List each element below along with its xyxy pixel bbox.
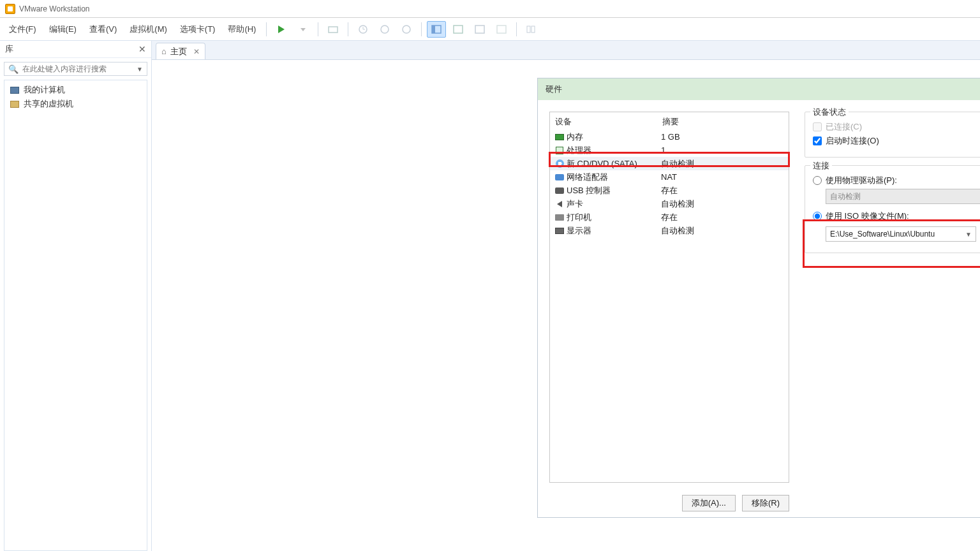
search-input[interactable] bbox=[22, 64, 137, 73]
sidebar-search[interactable]: 🔍 ▼ bbox=[4, 62, 147, 76]
display-icon bbox=[554, 228, 565, 234]
add-button[interactable]: 添加(A)... bbox=[682, 495, 736, 511]
device-summary: 自动检测 bbox=[661, 225, 785, 237]
device-row-cddvd[interactable]: 新 CD/DVD (SATA) 自动检测 bbox=[550, 157, 789, 170]
settings-panel: 设备状态 已连接(C) 启动时连接(O) 连接 bbox=[802, 112, 980, 489]
sidebar: 库 ✕ 🔍 ▼ 我的计算机 共享的虚拟机 bbox=[0, 41, 152, 551]
connection-legend: 连接 bbox=[810, 160, 832, 172]
device-name: 网络适配器 bbox=[567, 172, 661, 183]
device-name: 新 CD/DVD (SATA) bbox=[567, 158, 661, 170]
search-dropdown-icon[interactable]: ▼ bbox=[137, 66, 143, 73]
toolbar-view2-icon[interactable] bbox=[449, 21, 468, 38]
sidebar-tree: 我的计算机 共享的虚拟机 bbox=[4, 80, 147, 551]
device-name: 内存 bbox=[567, 131, 661, 143]
device-name: 处理器 bbox=[567, 145, 661, 156]
toolbar-view4-icon[interactable] bbox=[492, 21, 511, 38]
content-body: 硬件 ✕ 设备 摘要 内存 1 GB bbox=[152, 60, 980, 551]
tab-label: 主页 bbox=[170, 46, 187, 57]
tree-label: 我的计算机 bbox=[24, 84, 65, 96]
svg-rect-10 bbox=[454, 26, 463, 33]
toolbar-view3-icon[interactable] bbox=[470, 21, 489, 38]
svg-rect-11 bbox=[475, 26, 484, 33]
tab-home[interactable]: ⌂ 主页 ✕ bbox=[156, 43, 205, 59]
tab-close-icon[interactable]: ✕ bbox=[193, 47, 200, 56]
menu-help[interactable]: 帮助(H) bbox=[221, 20, 262, 39]
toolbar-clock1-icon[interactable] bbox=[353, 21, 373, 38]
col-device: 设备 bbox=[555, 116, 662, 128]
toolbar-snapshot-icon[interactable] bbox=[323, 21, 343, 38]
device-row-memory[interactable]: 内存 1 GB bbox=[550, 130, 789, 143]
svg-rect-2 bbox=[329, 27, 338, 33]
content-area: ⌂ 主页 ✕ 硬件 ✕ 设备 摘要 bbox=[152, 41, 980, 551]
device-list-header: 设备 摘要 bbox=[550, 112, 789, 130]
connect-at-poweron-label: 启动时连接(O) bbox=[826, 135, 879, 147]
menu-view[interactable]: 查看(V) bbox=[83, 20, 123, 39]
separator bbox=[348, 22, 348, 36]
usb-icon bbox=[554, 187, 565, 194]
connect-at-poweron-row[interactable]: 启动时连接(O) bbox=[813, 135, 980, 147]
app-title: VMware Workstation bbox=[19, 4, 89, 13]
chevron-down-icon[interactable]: ▼ bbox=[965, 231, 972, 238]
tabbar: ⌂ 主页 ✕ bbox=[152, 41, 980, 60]
hardware-dialog: 硬件 ✕ 设备 摘要 内存 1 GB bbox=[537, 78, 980, 518]
dialog-body: 设备 摘要 内存 1 GB 处理器 bbox=[538, 100, 980, 489]
network-icon bbox=[554, 174, 565, 180]
use-iso-row[interactable]: 使用 ISO 映像文件(M): bbox=[813, 210, 980, 222]
iso-path-value: E:\Use_Software\Linux\Ubuntu bbox=[830, 230, 935, 239]
search-icon: 🔍 bbox=[8, 64, 19, 74]
connect-at-poweron-checkbox[interactable] bbox=[813, 136, 822, 145]
use-iso-label: 使用 ISO 映像文件(M): bbox=[826, 210, 909, 222]
device-rows: 内存 1 GB 处理器 1 新 CD/DVD (SATA) bbox=[550, 130, 789, 237]
toolbar-view1-icon[interactable] bbox=[427, 21, 446, 38]
titlebar: VMware Workstation bbox=[0, 0, 980, 18]
use-physical-row[interactable]: 使用物理驱动器(P): bbox=[813, 175, 980, 186]
main-area: 库 ✕ 🔍 ▼ 我的计算机 共享的虚拟机 ⌂ 主页 ✕ bbox=[0, 41, 980, 551]
folder-icon bbox=[10, 99, 20, 108]
tree-item-my-computer[interactable]: 我的计算机 bbox=[4, 83, 147, 97]
device-name: 显示器 bbox=[567, 225, 661, 237]
device-name: 声卡 bbox=[567, 198, 661, 210]
remove-button[interactable]: 移除(R) bbox=[742, 495, 789, 511]
iso-path-combo[interactable]: E:\Use_Software\Linux\Ubuntu ▼ bbox=[826, 226, 976, 242]
play-button[interactable] bbox=[272, 21, 291, 38]
monitor-icon bbox=[10, 85, 20, 94]
remove-label: 移除(R) bbox=[752, 497, 780, 509]
menu-edit[interactable]: 编辑(E) bbox=[43, 20, 83, 39]
app-icon bbox=[5, 4, 15, 14]
connected-label: 已连接(C) bbox=[826, 121, 862, 133]
device-summary: NAT bbox=[661, 172, 785, 182]
device-row-usb[interactable]: USB 控制器 存在 bbox=[550, 184, 789, 197]
toolbar-clock3-icon[interactable] bbox=[397, 21, 416, 38]
svg-rect-9 bbox=[432, 26, 435, 33]
svg-marker-0 bbox=[278, 26, 285, 33]
svg-rect-13 bbox=[527, 26, 530, 33]
dialog-header: 硬件 ✕ bbox=[538, 78, 980, 100]
menu-tabs[interactable]: 选项卡(T) bbox=[174, 20, 222, 39]
menu-vm[interactable]: 虚拟机(M) bbox=[123, 20, 174, 39]
svg-point-7 bbox=[403, 26, 410, 33]
tree-item-shared-vms[interactable]: 共享的虚拟机 bbox=[4, 97, 147, 111]
device-status-fieldset: 设备状态 已连接(C) 启动时连接(O) bbox=[805, 112, 980, 158]
device-row-printer[interactable]: 打印机 存在 bbox=[550, 210, 789, 224]
device-row-processor[interactable]: 处理器 1 bbox=[550, 143, 789, 157]
device-name: USB 控制器 bbox=[567, 185, 661, 196]
device-summary: 存在 bbox=[661, 185, 785, 196]
use-iso-radio[interactable] bbox=[813, 212, 822, 221]
device-summary: 自动检测 bbox=[661, 158, 785, 170]
svg-marker-1 bbox=[301, 28, 306, 31]
menubar: 文件(F) 编辑(E) 查看(V) 虚拟机(M) 选项卡(T) 帮助(H) bbox=[0, 18, 980, 41]
menu-file[interactable]: 文件(F) bbox=[3, 20, 43, 39]
physical-drive-combo: 自动检测 ▼ bbox=[826, 189, 980, 204]
device-summary: 1 GB bbox=[661, 132, 785, 142]
separator bbox=[421, 22, 422, 36]
toolbar-clock2-icon[interactable] bbox=[375, 21, 394, 38]
sidebar-close-icon[interactable]: ✕ bbox=[138, 44, 146, 54]
device-row-network[interactable]: 网络适配器 NAT bbox=[550, 170, 789, 184]
toolbar-library-icon[interactable] bbox=[522, 21, 541, 38]
sound-icon bbox=[554, 201, 565, 207]
use-physical-radio[interactable] bbox=[813, 176, 822, 185]
play-dropdown[interactable] bbox=[293, 21, 313, 38]
device-status-legend: 设备状态 bbox=[810, 107, 849, 118]
device-row-sound[interactable]: 声卡 自动检测 bbox=[550, 197, 789, 210]
device-row-display[interactable]: 显示器 自动检测 bbox=[550, 224, 789, 237]
